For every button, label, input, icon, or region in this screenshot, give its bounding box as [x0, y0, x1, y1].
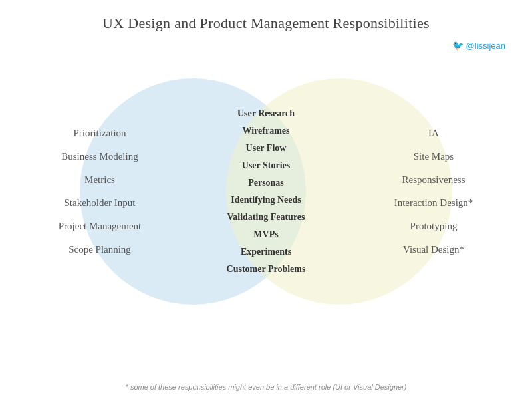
center-item: User Research [237, 108, 295, 119]
center-item: User Flow [246, 143, 287, 154]
right-item: Visual Design* [403, 244, 464, 255]
page: UX Design and Product Management Respons… [0, 0, 532, 399]
right-items-group: IASite MapsResponsivenessInteraction Des… [367, 128, 500, 255]
center-item: Experiments [241, 247, 291, 257]
center-item: MVPs [253, 229, 278, 240]
center-item: User Stories [242, 160, 290, 171]
center-item: Identifying Needs [231, 195, 301, 205]
right-item: Responsiveness [402, 174, 466, 186]
left-item: Prioritization [73, 128, 126, 139]
center-item: Validating Features [227, 212, 305, 223]
left-item: Business Modeling [61, 151, 138, 162]
right-item: IA [428, 128, 439, 139]
page-title: UX Design and Product Management Respons… [102, 15, 430, 32]
right-item: Prototyping [410, 221, 458, 232]
right-item: Interaction Design* [394, 198, 473, 209]
left-item: Project Management [59, 221, 142, 232]
center-item: Customer Problems [227, 264, 306, 275]
venn-diagram: PrioritizationBusiness ModelingMetricsSt… [13, 39, 519, 344]
right-item: Site Maps [414, 151, 454, 162]
left-item: Metrics [84, 174, 115, 186]
center-item: Wireframes [242, 126, 289, 136]
center-items-group: User ResearchWireframesUser FlowUser Sto… [206, 108, 326, 275]
left-item: Stakeholder Input [64, 198, 135, 209]
left-items-group: PrioritizationBusiness ModelingMetricsSt… [33, 128, 166, 255]
left-item: Scope Planning [68, 244, 131, 255]
center-item: Personas [248, 178, 284, 188]
footnote: * some of these responsibilities might e… [0, 383, 532, 391]
